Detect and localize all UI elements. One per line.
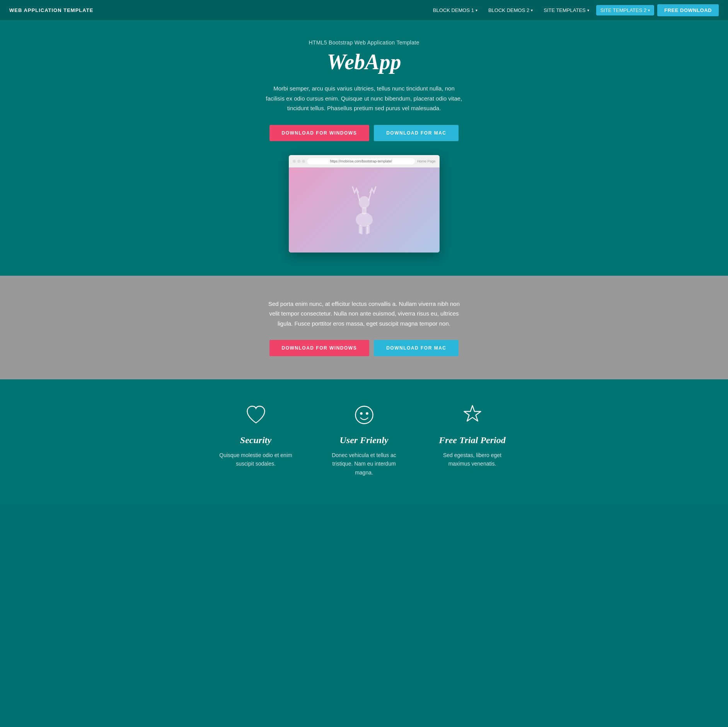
svg-point-7 [355, 406, 373, 424]
svg-point-9 [366, 413, 368, 415]
browser-url-bar: https://mobirise.com/bootstrap-template/ [307, 158, 415, 164]
feature-free-trial-desc: Sed egestas, libero eget maximus venenat… [434, 451, 511, 468]
free-download-button[interactable]: FREE DOWNLOAD [657, 4, 719, 16]
hero-description: Morbi semper, arcu quis varius ultricies… [264, 84, 465, 113]
svg-point-0 [359, 196, 370, 208]
hero-title: WebApp [8, 49, 720, 74]
hero-section: HTML5 Bootstrap Web Application Template… [0, 20, 728, 276]
gray-download-windows-button[interactable]: DOWNLOAD FOR WINDOWS [269, 340, 370, 356]
navbar-brand: WEB APPLICATION TEMPLATE [9, 7, 93, 13]
feature-security-title: Security [217, 435, 295, 445]
download-mac-button[interactable]: DOWNLOAD FOR MAC [374, 125, 459, 141]
navbar-right: BLOCK DEMOS 1 ▾ BLOCK DEMOS 2 ▾ SITE TEM… [429, 4, 719, 16]
browser-home-label: Home Page [417, 159, 436, 163]
navbar: WEB APPLICATION TEMPLATE BLOCK DEMOS 1 ▾… [0, 0, 728, 20]
browser-dot-green [302, 160, 305, 163]
svg-rect-6 [366, 227, 368, 234]
nav-block-demos-2[interactable]: BLOCK DEMOS 2 ▾ [484, 5, 537, 15]
gray-section-description: Sed porta enim nunc, at efficitur lectus… [264, 299, 465, 329]
nav-block-demos-1[interactable]: BLOCK DEMOS 1 ▾ [429, 5, 481, 15]
features-grid: Security Quisque molestie odio et enim s… [8, 403, 720, 477]
smiley-icon [352, 403, 377, 427]
svg-point-2 [356, 213, 373, 227]
gray-section-buttons: DOWNLOAD FOR WINDOWS DOWNLOAD FOR MAC [8, 340, 720, 356]
chevron-down-icon: ▾ [648, 8, 650, 12]
hero-buttons: DOWNLOAD FOR WINDOWS DOWNLOAD FOR MAC [8, 125, 720, 141]
chevron-down-icon: ▾ [587, 8, 589, 12]
star-icon [460, 403, 485, 427]
browser-content [289, 167, 440, 253]
feature-free-trial-title: Free Trial Period [434, 435, 511, 445]
browser-dots [293, 160, 305, 163]
svg-point-8 [360, 413, 362, 415]
chevron-down-icon: ▾ [476, 8, 477, 12]
browser-mockup: https://mobirise.com/bootstrap-template/… [289, 155, 440, 253]
heart-icon [244, 403, 268, 427]
feature-user-friendly: User Frienly Donec vehicula et tellus ac… [326, 403, 403, 477]
gray-download-mac-button[interactable]: DOWNLOAD FOR MAC [374, 340, 459, 356]
nav-site-templates-2-active[interactable]: SITE TEMPLATES 2 ▾ [596, 5, 654, 15]
feature-user-friendly-desc: Donec vehicula et tellus ac tristique. N… [326, 451, 403, 477]
svg-rect-5 [360, 227, 363, 234]
feature-security: Security Quisque molestie odio et enim s… [217, 403, 295, 477]
browser-dot-yellow [297, 160, 300, 163]
browser-dot-red [293, 160, 296, 163]
browser-bar: https://mobirise.com/bootstrap-template/… [289, 155, 440, 167]
chevron-down-icon: ▾ [531, 8, 533, 12]
hero-subtitle: HTML5 Bootstrap Web Application Template [8, 39, 720, 46]
feature-user-friendly-title: User Frienly [326, 435, 403, 445]
feature-security-desc: Quisque molestie odio et enim suscipit s… [217, 451, 295, 468]
deer-icon [345, 185, 384, 235]
download-windows-button[interactable]: DOWNLOAD FOR WINDOWS [269, 125, 370, 141]
features-section: Security Quisque molestie odio et enim s… [0, 379, 728, 504]
nav-site-templates[interactable]: SITE TEMPLATES ▾ [540, 5, 593, 15]
feature-free-trial: Free Trial Period Sed egestas, libero eg… [434, 403, 511, 477]
gray-section: Sed porta enim nunc, at efficitur lectus… [0, 276, 728, 380]
